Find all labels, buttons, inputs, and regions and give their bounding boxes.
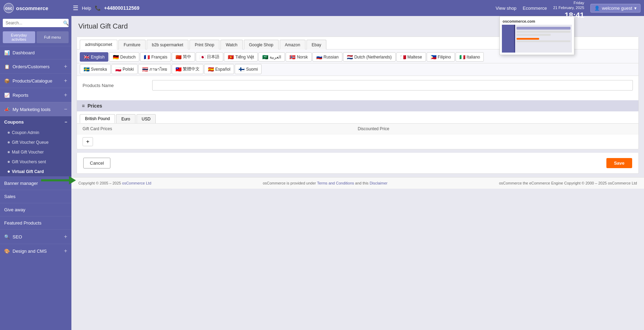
design-cms-label: Design and CMS xyxy=(13,249,47,254)
footer-terms-link[interactable]: Terms and Conditions xyxy=(317,181,354,185)
reports-icon: 📈 xyxy=(4,93,10,98)
sidebar-item-label: Dashboard xyxy=(13,50,35,55)
dot-icon xyxy=(8,141,10,143)
currency-tab-usd[interactable]: USD xyxy=(137,114,156,123)
lang-tab-vietnamese[interactable]: 🇻🇳 Tiếng Việt xyxy=(224,52,258,62)
store-tab-print-shop[interactable]: Print Shop xyxy=(189,40,219,49)
lang-tab-filipino[interactable]: 🇵🇭 Filipino xyxy=(427,52,455,62)
sidebar-item-label: Orders/Customers xyxy=(13,64,49,69)
sidebar-item-seo[interactable]: 🔍 SEO + xyxy=(0,229,71,244)
page-footer: Copyright © 2005 – 2025 osCommerce Ltd o… xyxy=(71,177,644,189)
main-content: Virtual Gift Card admshipcomet Furniture… xyxy=(71,16,644,330)
sidebar-item-design-cms[interactable]: 🎨 Design and CMS + xyxy=(0,244,71,258)
store-tab-admshipcomet[interactable]: admshipcomet xyxy=(80,40,117,49)
logo-text: oscommerce xyxy=(16,5,48,11)
vi-label: Tiếng Việt xyxy=(235,55,254,60)
save-button[interactable]: Save xyxy=(606,158,632,168)
sidebar-sub-item-gift-vouchers-sent[interactable]: Gift Vouchers sent xyxy=(0,157,71,167)
phone-number: +448000112569 xyxy=(104,5,140,11)
search-icon-btn[interactable]: 🔍 xyxy=(61,19,69,27)
lang-tab-svenska[interactable]: 🇸🇪 Svenska xyxy=(80,64,111,74)
store-tab-furniture[interactable]: Furniture xyxy=(118,40,146,49)
coupons-header[interactable]: Coupons − xyxy=(0,116,71,128)
arrow-indicator xyxy=(41,176,76,184)
lang-tab-maltese[interactable]: 🇲🇹 Maltese xyxy=(396,52,426,62)
sidebar-item-sales[interactable]: Sales xyxy=(0,190,71,203)
sidebar-item-dashboard[interactable]: 📊 Dashboard xyxy=(0,46,71,59)
no-label: Norsk xyxy=(297,55,308,60)
store-tab-b2b[interactable]: b2b supermarket xyxy=(147,40,188,49)
sidebar-sub-item-gift-voucher-queue[interactable]: Gift Voucher Queue xyxy=(0,138,71,147)
ar-flag: 🇸🇦 xyxy=(262,54,268,60)
gift-vouchers-sent-label: Gift Vouchers sent xyxy=(12,159,46,164)
help-button[interactable]: Help xyxy=(82,6,91,11)
reports-expand-icon: + xyxy=(64,92,67,98)
lang-tab-english[interactable]: 🇬🇧 English xyxy=(80,52,108,62)
products-name-input[interactable] xyxy=(152,80,633,91)
sidebar-sub-item-mall-gift-voucher[interactable]: Mall Gift Voucher xyxy=(0,147,71,157)
zh-tw-flag: 🇹🇼 xyxy=(176,66,181,72)
deutsch-label: Deutsch xyxy=(120,55,135,60)
user-label: welcome guest xyxy=(602,6,632,11)
footer-oscommerce-link[interactable]: osCommerce Ltd xyxy=(122,181,152,185)
marketing-icon: 📣 xyxy=(4,107,10,112)
lang-tab-thai[interactable]: 🇹🇭 ภาษาไทย xyxy=(138,64,171,74)
store-tab-google-shop[interactable]: Google Shop xyxy=(244,40,279,49)
store-tab-amazon[interactable]: Amazon xyxy=(280,40,305,49)
lang-tab-italiano[interactable]: 🇮🇹 Italiano xyxy=(456,52,484,62)
user-dropdown-icon: ▾ xyxy=(634,6,637,11)
prices-title: Prices xyxy=(87,103,102,109)
sidebar-item-orders[interactable]: 📋 Orders/Customers + xyxy=(0,59,71,73)
sidebar-item-featured-products[interactable]: Featured Products xyxy=(0,216,71,229)
lang-tab-arabic[interactable]: 🇸🇦 العربية xyxy=(258,52,285,62)
mt-label: Maltese xyxy=(408,55,422,60)
lang-tab-norsk[interactable]: 🇳🇴 Norsk xyxy=(286,52,311,62)
lang-tab-polski[interactable]: 🇵🇱 Polski xyxy=(111,64,138,74)
hamburger-menu[interactable]: ☰ xyxy=(73,4,78,12)
es-label: Español xyxy=(215,67,230,72)
lang-tab-russian[interactable]: 🇷🇺 Russian xyxy=(312,52,342,62)
virtual-gift-card-label: Virtual Gift Card xyxy=(12,169,44,174)
everyday-activities-btn[interactable]: Everyday activities xyxy=(3,31,35,43)
ph-flag: 🇵🇭 xyxy=(430,54,436,60)
sidebar-item-give-away[interactable]: Give away xyxy=(0,203,71,216)
coupon-admin-label: Coupon Admin xyxy=(12,130,39,135)
lang-tab-espanol[interactable]: 🇪🇸 Español xyxy=(204,64,234,74)
tooltip-screenshot xyxy=(502,25,572,53)
lang-tab-japanese[interactable]: 🇯🇵 日本語 xyxy=(196,52,223,62)
view-shop-link[interactable]: View shop xyxy=(496,6,517,11)
gift-card-prices-header: Gift Card Prices xyxy=(83,126,358,131)
ecommerce-link[interactable]: Ecommerce xyxy=(523,6,547,11)
prices-table-header: Gift Card Prices Discounted Price xyxy=(77,124,638,134)
sidebar-item-products[interactable]: 📦 Products/Catalogue + xyxy=(0,73,71,88)
footer-disclaimer-link[interactable]: Disclaimer xyxy=(370,181,387,185)
lang-tab-chinese-trad[interactable]: 🇹🇼 繁體中文 xyxy=(172,64,203,74)
products-name-row: Products Name xyxy=(83,80,633,91)
full-menu-btn[interactable]: Full menu xyxy=(37,31,69,43)
sidebar-item-marketing[interactable]: 📣 My Marketing tools − xyxy=(0,102,71,116)
store-tab-watch[interactable]: Watch xyxy=(220,40,243,49)
coupons-label: Coupons xyxy=(4,119,24,125)
lang-tab-deutsch[interactable]: 🇩🇪 Deutsch xyxy=(109,52,139,62)
sidebar-sub-item-coupon-admin[interactable]: Coupon Admin xyxy=(0,128,71,138)
lang-tab-suomi[interactable]: 🇫🇮 Suomi xyxy=(235,64,262,74)
currency-tab-eur[interactable]: Euro xyxy=(116,114,135,123)
current-date: 21 February, 2025 xyxy=(553,5,584,10)
give-away-label: Give away xyxy=(4,207,25,212)
user-menu-button[interactable]: 👤 welcome guest ▾ xyxy=(590,4,641,13)
lang-tab-francais[interactable]: 🇫🇷 Français xyxy=(140,52,171,62)
sidebar-item-reports[interactable]: 📈 Reports + xyxy=(0,88,71,102)
sidebar-sub-item-virtual-gift-card[interactable]: Virtual Gift Card xyxy=(0,167,71,176)
lang-tab-dutch[interactable]: 🇳🇱 Dutch (Netherlands) xyxy=(343,52,395,62)
no-flag: 🇳🇴 xyxy=(289,54,295,60)
search-input[interactable] xyxy=(3,19,61,27)
current-day: Friday xyxy=(553,0,584,5)
dot-icon xyxy=(8,132,10,134)
currency-tab-gbp[interactable]: British Pound xyxy=(80,114,115,123)
sidebar-item-label: My Marketing tools xyxy=(13,107,51,112)
add-price-button[interactable]: + xyxy=(83,137,93,146)
lang-tab-chinese-simplified[interactable]: 🇨🇳 简中 xyxy=(172,52,195,62)
cancel-button[interactable]: Cancel xyxy=(83,158,110,168)
dot-icon xyxy=(8,151,10,153)
store-tab-ebay[interactable]: Ebay xyxy=(307,40,326,49)
